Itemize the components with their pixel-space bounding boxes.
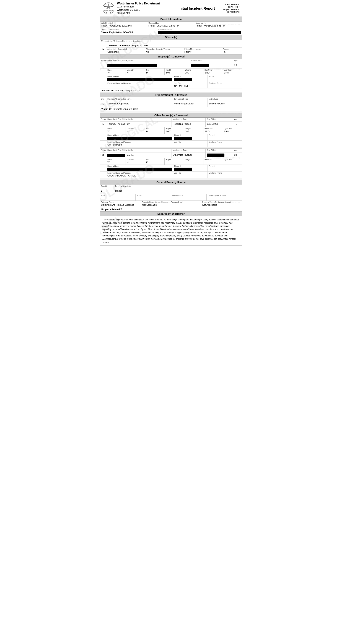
- p2-sex-cell: Sex F: [145, 158, 164, 164]
- person-1-age: 41: [233, 122, 242, 127]
- suspect-1-name-redacted: [107, 64, 157, 67]
- other-persons-section-header: Other Person(s) - 2 Involved: [100, 113, 242, 118]
- property-related-row: Property Related To:: [100, 207, 242, 212]
- p1-address-redacted: [107, 137, 172, 140]
- disclaimer-section-header: Department Disclaimer: [100, 212, 242, 216]
- org-1-name: Name Not Applicable: [106, 101, 173, 107]
- s1-eth-cell: Ethnicity N: [126, 68, 145, 75]
- date-reported-value: Friday - 08/25/2023 12:32 PM: [101, 24, 146, 27]
- p2-phone1-redacted: [174, 168, 192, 171]
- person2-involvement-header: Involvement Type: [172, 149, 206, 152]
- p2-eth-cell: Ethnicity H: [126, 158, 145, 164]
- p1-eye-cell: Eye Color BRO: [223, 127, 242, 134]
- person-1-address-row: Home Address Phone 1 Phone 2: [100, 134, 242, 140]
- occurred-to-value: Friday - 08/25/2023 3:31 PM: [196, 24, 241, 27]
- description-cell: Description of Incident Sexual Exploitat…: [100, 28, 157, 35]
- prop-owner-cell: Owner Applied Number: [207, 194, 242, 200]
- occurred-to-cell: Occurred To Friday - 08/25/2023 3:31 PM: [195, 22, 242, 28]
- person2-dob-header: Date Of Birth: [206, 149, 233, 152]
- p2-race-cell: Race W: [106, 158, 126, 164]
- offense-1-num: 1: [100, 44, 106, 54]
- suspect-1-name-row: 1 26: [100, 63, 242, 68]
- p1-address-cell: Home Address: [106, 134, 173, 140]
- suspect-age-header: Age: [233, 59, 242, 62]
- org-victim-type-header: Victim Type: [208, 98, 242, 101]
- org-1-involvement: Victim Organization: [173, 101, 208, 107]
- s1-address-cell: Home Address: [106, 75, 173, 82]
- department-logo: WESTMINSTER POLICE DEPARTMENT: [102, 2, 114, 14]
- suspect-num-header: Suspect: [100, 59, 106, 62]
- offense-1-row: 1 18-3-306(1) Internet Luring of a Child…: [100, 44, 242, 54]
- person-2-name-redacted: [107, 154, 125, 157]
- p2-jobtitle-cell: Job Title: [173, 172, 208, 178]
- p2-address-redacted: [107, 168, 172, 171]
- occurred-from-value: Friday - 08/25/2023 12:32 PM: [148, 24, 194, 27]
- suspect-dob-header: Date Of Birth: [190, 59, 233, 62]
- p1-race-cell: Race W: [106, 127, 126, 134]
- report-title: Initial Incident Report: [170, 6, 223, 10]
- evidence-status-row: Evidence Status Collected And Held As Ev…: [100, 201, 242, 207]
- p1-weight-cell: Weight 185: [184, 127, 203, 134]
- location-redacted: [158, 31, 241, 34]
- suspect-1-dob-redacted: [191, 64, 209, 67]
- prop-model-cell: Model: [135, 194, 171, 200]
- s1-height-cell: Height 6'04": [164, 68, 184, 75]
- occurred-to-label: Occurred To: [196, 22, 241, 24]
- case-info: Case Number: 2023-16907 Report Number: 2…: [223, 4, 240, 13]
- p1-phone1-cell: Phone 1: [173, 134, 208, 140]
- person-involvement-header: Involvement Type: [172, 118, 206, 121]
- location-cell: Incident Location: [157, 28, 242, 35]
- property-make-row: Make Model Serial Number Owner Applied N…: [100, 194, 242, 201]
- offense-1-sub-row: Attempted or Completed Completed Charged…: [106, 48, 242, 54]
- suspect-1-age: 26: [233, 63, 242, 68]
- disclaimer-text: This report is a synopsis of this invest…: [100, 216, 242, 246]
- org-column-headers: Org Business / Organization Name Involve…: [100, 97, 242, 101]
- s1-address-redacted: [107, 78, 172, 81]
- person-num-header: Person: [100, 118, 106, 121]
- suspect-name-header: Name (Last, First, Middle, Suffix): [106, 59, 190, 62]
- report-page: TRIAL PATHOLOGICAL COLORADO PATHOLOGICAL…: [100, 0, 242, 246]
- orgs-section-header: Organization(s) - 1 Involved: [100, 93, 242, 97]
- offense-1-details: 18-3-306(1) Internet Luring of a Child A…: [106, 44, 242, 54]
- victim-of-row: Victim Of: Internet Luring of a Child: [100, 107, 242, 111]
- description-value: Sexual Exploitation Of A Child: [101, 31, 156, 34]
- p1-jobtitle-cell: Job Title: [173, 140, 208, 147]
- s1-jobtitle-cell: Job Title UNEMPLOYED: [173, 82, 208, 88]
- s1-phone2-cell: Phone 2: [208, 75, 242, 82]
- org-name-header: Business / Organization Name: [106, 98, 173, 101]
- person-2-dob: [206, 152, 233, 158]
- person-1-involvement: Reporting Person: [172, 122, 206, 127]
- person2-column-headers: Person Name (Last, First, Middle, Suffix…: [100, 148, 242, 152]
- suspect-1-num: 1: [100, 63, 106, 68]
- s1-hair-cell: Hair Color BRO: [203, 68, 223, 75]
- p2-employer-phone-cell: Employer Phone: [208, 172, 242, 178]
- quantity-header: Quantity: [100, 185, 114, 188]
- person-separator: [100, 147, 242, 148]
- suspect-1-employer-row: Employer Name and Address Job Title UNEM…: [100, 82, 242, 88]
- event-section-header: Event Information: [100, 17, 242, 22]
- org-1-num: 1: [100, 101, 106, 107]
- case-number: 2023-16907: [223, 6, 240, 8]
- person-column-headers: Person Name (Last, First, Middle, Suffix…: [100, 118, 242, 122]
- section-spacer-2: [100, 178, 242, 180]
- person-name-header: Name (Last, First, Middle, Suffix): [106, 118, 172, 121]
- org-1-victim-type: Society / Public: [208, 101, 242, 107]
- s1-weight-cell: Weight 180: [184, 68, 203, 75]
- person-2-name: , Ashley: [106, 152, 172, 158]
- suspect-of-row: Suspect Of: Internet Luring of a Child: [100, 88, 242, 93]
- date-reported-cell: Date Reported Friday - 08/25/2023 12:32 …: [100, 22, 147, 28]
- person-1-name: Fellows, Thomas Ray: [106, 122, 172, 127]
- s1-phone1-cell: Phone 1: [173, 75, 208, 82]
- prop-desc-cell: Binder: [114, 188, 242, 194]
- property-column-headers: Quantity Property Description: [100, 184, 242, 188]
- person-1-employer-row: Employer Name and Address CO Ped Patrol …: [100, 140, 242, 147]
- p1-sex-cell: Sex M: [145, 127, 164, 134]
- person2-name-header: Name (Last, First, Middle, Suffix): [106, 149, 172, 152]
- dept-address-line2: Westminster, CO 80031: [117, 8, 170, 12]
- s1-race-cell: Race W: [106, 68, 126, 75]
- suspect-1-physical-row: Race W Ethnicity N Sex M Height 6'04" We…: [100, 68, 242, 75]
- statute-label: Statute/Ordinance Number and Description: [107, 40, 241, 42]
- case-number-label: Case Number:: [223, 4, 240, 6]
- p2-address-cell: Home Address: [106, 165, 173, 171]
- p2-phone2-cell: Phone 2: [208, 165, 242, 171]
